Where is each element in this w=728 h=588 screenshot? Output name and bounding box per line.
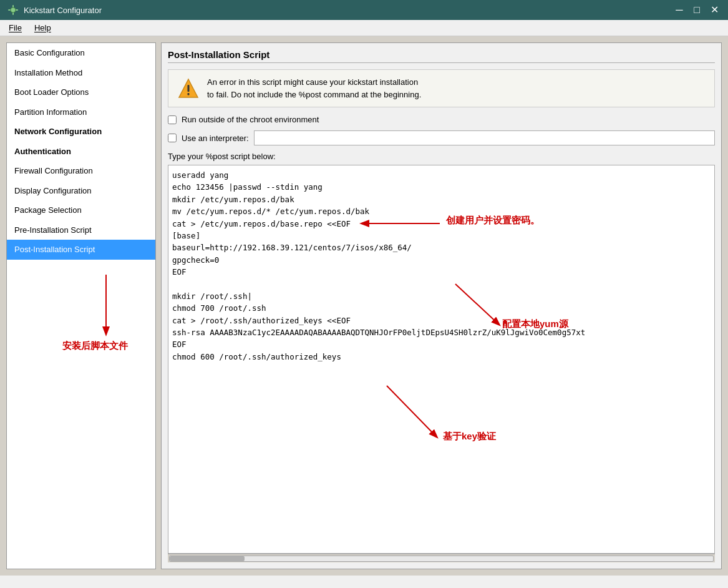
sidebar: Basic Configuration Installation Method … [6, 42, 156, 569]
svg-rect-1 [12, 5, 14, 7]
minimize-button[interactable]: ─ [673, 5, 686, 15]
section-title: Post-Installation Script [168, 49, 715, 63]
sidebar-item-authentication[interactable]: Authentication [7, 142, 155, 162]
horizontal-scrollbar[interactable] [168, 554, 715, 562]
svg-rect-6 [188, 85, 190, 92]
chroot-checkbox-row: Run outside of the chroot environment [168, 115, 715, 124]
scrollbar-thumb[interactable] [170, 556, 245, 561]
sidebar-item-installation-method[interactable]: Installation Method [7, 63, 155, 83]
script-textarea[interactable] [168, 165, 715, 554]
maximize-button[interactable]: □ [691, 5, 703, 15]
sidebar-item-basic-configuration[interactable]: Basic Configuration [7, 43, 155, 63]
chroot-checkbox[interactable] [168, 115, 177, 124]
interpreter-label: Use an interpreter: [182, 134, 249, 143]
title-bar-left: Kickstart Configurator [7, 4, 102, 16]
scrollbar-track[interactable] [169, 556, 714, 562]
sidebar-item-partition-information[interactable]: Partition Information [7, 102, 155, 122]
chroot-label: Run outside of the chroot environment [182, 115, 319, 124]
title-bar-controls: ─ □ ✕ [673, 5, 721, 15]
interpreter-checkbox[interactable] [168, 134, 177, 142]
menu-file[interactable]: File [2, 21, 28, 34]
menu-bar: File Help [0, 20, 728, 36]
sidebar-item-display-configuration[interactable]: Display Configuration [7, 181, 155, 201]
sidebar-item-post-installation-script[interactable]: Post-Installation Script [7, 240, 155, 260]
app-window: Kickstart Configurator ─ □ ✕ File Help B… [0, 0, 728, 588]
app-title: Kickstart Configurator [24, 6, 102, 15]
warning-box: An error in this script might cause your… [168, 69, 715, 107]
sidebar-item-firewall-configuration[interactable]: Firewall Configuration [7, 161, 155, 181]
svg-rect-3 [8, 9, 11, 11]
sidebar-item-pre-installation-script[interactable]: Pre-Installation Script [7, 220, 155, 240]
sidebar-item-package-selection[interactable]: Package Selection [7, 200, 155, 220]
app-icon [7, 4, 19, 16]
svg-rect-7 [188, 93, 190, 96]
interpreter-input[interactable] [254, 130, 715, 145]
menu-file-label: File [9, 23, 22, 32]
close-button[interactable]: ✕ [708, 5, 721, 15]
content-area: Post-Installation Script An error in thi… [161, 42, 722, 569]
svg-rect-4 [16, 9, 18, 11]
svg-rect-2 [12, 12, 14, 15]
menu-help-label: Help [34, 23, 51, 32]
sidebar-item-network-configuration[interactable]: Network Configuration [7, 122, 155, 142]
interpreter-checkbox-row: Use an interpreter: [168, 130, 715, 145]
script-container [168, 165, 715, 554]
svg-point-0 [11, 7, 16, 12]
main-layout: Basic Configuration Installation Method … [0, 36, 728, 576]
menu-help[interactable]: Help [28, 21, 57, 34]
sidebar-item-boot-loader-options[interactable]: Boot Loader Options [7, 82, 155, 102]
title-bar: Kickstart Configurator ─ □ ✕ [0, 0, 728, 20]
warning-text: An error in this script might cause your… [207, 76, 421, 100]
warning-icon [177, 77, 200, 100]
script-label: Type your %post script below: [168, 152, 715, 161]
